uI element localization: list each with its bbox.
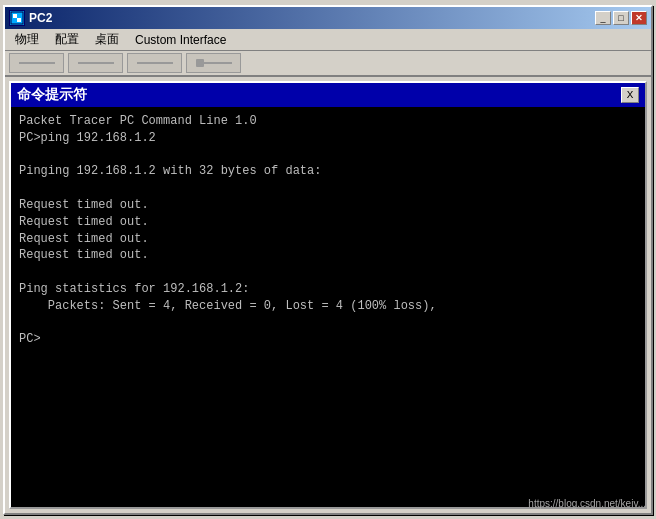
tab-placeholder-1 [9,53,64,73]
content-area: 命令提示符 X Packet Tracer PC Command Line 1.… [5,77,651,513]
title-bar: PC2 _ □ ✕ [5,7,651,29]
menu-bar: 物理 配置 桌面 Custom Interface [5,29,651,51]
tab-placeholder-2 [68,53,123,73]
cmd-title-bar: 命令提示符 X [11,83,645,107]
title-controls: _ □ ✕ [595,11,647,25]
menu-item-peizhi[interactable]: 配置 [47,29,87,50]
main-window: PC2 _ □ ✕ 物理 配置 桌面 Custom Interface [3,5,653,515]
cmd-title-text: 命令提示符 [17,86,87,104]
cmd-close-button[interactable]: X [621,87,639,103]
minimize-button[interactable]: _ [595,11,611,25]
tabs-bar [5,51,651,77]
window-title: PC2 [29,11,52,25]
menu-item-zhuomian[interactable]: 桌面 [87,29,127,50]
svg-rect-2 [17,18,21,22]
window-icon [9,10,25,26]
menu-item-wuli[interactable]: 物理 [7,29,47,50]
maximize-button[interactable]: □ [613,11,629,25]
svg-rect-1 [13,14,17,18]
title-bar-left: PC2 [9,10,52,26]
tab-placeholder-3 [127,53,182,73]
cmd-window: 命令提示符 X Packet Tracer PC Command Line 1.… [9,81,647,509]
tab-placeholder-4 [186,53,241,73]
close-button[interactable]: ✕ [631,11,647,25]
terminal-output[interactable]: Packet Tracer PC Command Line 1.0 PC>pin… [11,107,645,507]
watermark: https://blog.csdn.net/keiv... [528,498,646,509]
menu-item-custom-interface[interactable]: Custom Interface [127,29,234,50]
